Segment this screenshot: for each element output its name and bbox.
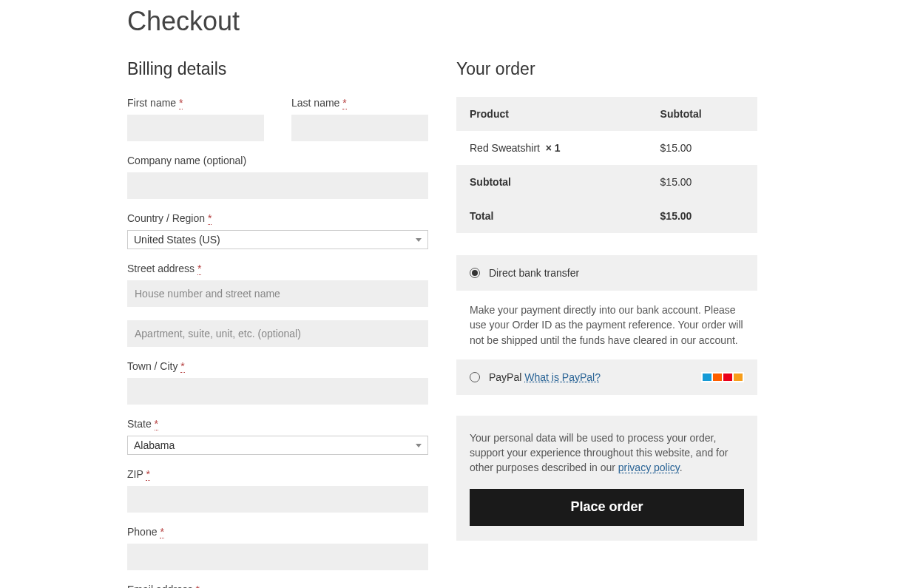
radio-icon (470, 268, 480, 278)
table-row: Total $15.00 (456, 199, 757, 233)
table-row: Red Sweatshirt × 1 $15.00 (456, 131, 757, 165)
payment-bank-option[interactable]: Direct bank transfer (456, 255, 757, 291)
privacy-policy-link[interactable]: privacy policy (618, 462, 680, 473)
state-select[interactable]: Alabama (127, 436, 428, 455)
first-name-label: First name * (127, 97, 264, 109)
privacy-box: Your personal data will be used to proce… (456, 416, 757, 541)
privacy-text-after: . (680, 462, 683, 473)
total-label: Total (456, 199, 647, 233)
item-name: Red Sweatshirt (470, 142, 540, 154)
company-label: Company name (optional) (127, 155, 428, 166)
street-input[interactable] (127, 280, 428, 307)
city-input[interactable] (127, 378, 428, 405)
chevron-down-icon (416, 444, 422, 447)
order-heading: Your order (456, 59, 757, 79)
col-product: Product (456, 97, 647, 131)
payment-methods: Direct bank transfer Make your payment d… (456, 255, 757, 395)
email-label: Email address * (127, 584, 428, 588)
table-row: Subtotal $15.00 (456, 165, 757, 199)
order-table: Product Subtotal Red Sweatshirt × 1 $15.… (456, 97, 757, 233)
zip-label-text: ZIP (127, 468, 143, 480)
subtotal-value: $15.00 (647, 165, 757, 199)
billing-heading: Billing details (127, 59, 428, 79)
required-mark: * (208, 212, 212, 225)
item-qty: × 1 (546, 142, 561, 154)
city-label: Town / City * (127, 360, 428, 372)
first-name-input[interactable] (127, 115, 264, 141)
payment-paypal-label: PayPal (489, 371, 521, 383)
payment-paypal-option[interactable]: PayPal What is PayPal? (456, 359, 757, 395)
required-mark: * (155, 418, 158, 430)
state-value: Alabama (134, 439, 175, 451)
country-select[interactable]: United States (US) (127, 230, 428, 249)
last-name-label-text: Last name (291, 97, 339, 109)
required-mark: * (197, 263, 201, 275)
phone-label: Phone * (127, 526, 428, 538)
city-label-text: Town / City (127, 360, 178, 372)
chevron-down-icon (416, 238, 422, 242)
paypal-logo-icon (701, 372, 744, 382)
privacy-text: Your personal data will be used to proce… (470, 430, 744, 476)
first-name-label-text: First name (127, 97, 176, 109)
street-label: Street address * (127, 263, 428, 274)
zip-label: ZIP * (127, 468, 428, 480)
required-mark: * (160, 526, 163, 538)
required-mark: * (180, 360, 184, 373)
payment-bank-label: Direct bank transfer (489, 267, 579, 279)
phone-input[interactable] (127, 544, 428, 570)
street2-input[interactable] (127, 320, 428, 347)
phone-label-text: Phone (127, 526, 157, 538)
order-section: Your order Product Subtotal Red Sweatshi… (456, 59, 757, 588)
required-mark: * (196, 584, 200, 588)
country-label: Country / Region * (127, 212, 428, 224)
required-mark: * (179, 97, 183, 109)
page-title: Checkout (127, 6, 779, 37)
col-subtotal: Subtotal (647, 97, 757, 131)
radio-icon (470, 372, 480, 382)
item-amount: $15.00 (647, 131, 757, 165)
required-mark: * (342, 97, 346, 109)
paypal-whatis-link[interactable]: What is PayPal? (524, 371, 601, 383)
required-mark: * (146, 468, 149, 481)
billing-section: Billing details First name * Last name * (127, 59, 428, 588)
last-name-input[interactable] (291, 115, 428, 141)
total-value: $15.00 (647, 199, 757, 233)
place-order-button[interactable]: Place order (470, 489, 744, 526)
country-label-text: Country / Region (127, 212, 205, 224)
privacy-text-before: Your personal data will be used to proce… (470, 432, 728, 474)
state-label-text: State (127, 418, 152, 430)
subtotal-label: Subtotal (456, 165, 647, 199)
last-name-label: Last name * (291, 97, 428, 109)
country-value: United States (US) (134, 234, 220, 246)
payment-bank-desc: Make your payment directly into our bank… (456, 291, 757, 359)
email-label-text: Email address (127, 584, 193, 588)
company-input[interactable] (127, 172, 428, 199)
zip-input[interactable] (127, 486, 428, 513)
state-label: State * (127, 418, 428, 430)
street-label-text: Street address (127, 263, 195, 274)
